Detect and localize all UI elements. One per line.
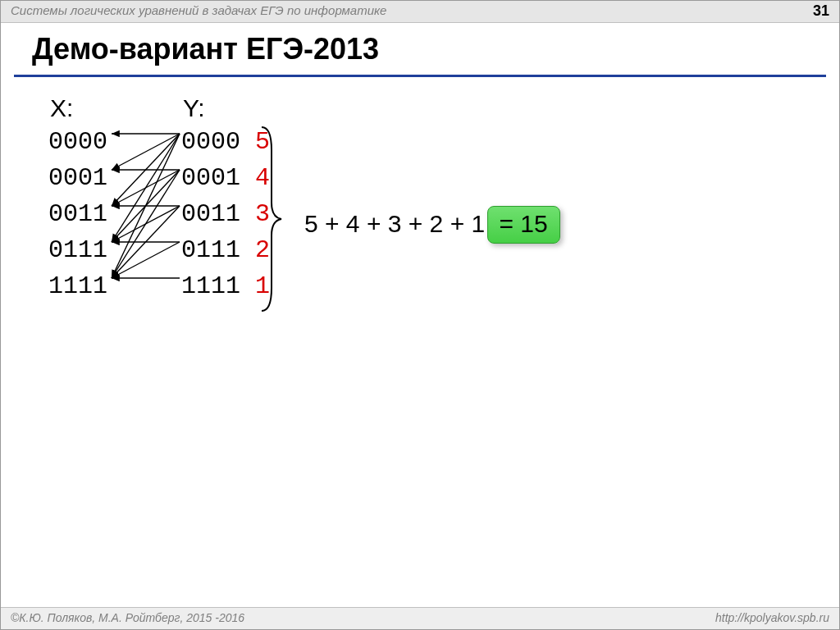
- lecture-title: Системы логических уравнений в задачах Е…: [11, 3, 386, 17]
- content-area: X: Y: 0000 0001 0011 0111 1111 0000 5000…: [1, 83, 839, 605]
- copyright: ©К.Ю. Поляков, М.А. Ройтберг, 2015 -2016: [11, 611, 244, 624]
- site-url: http://kpolyakov.spb.ru: [715, 611, 829, 624]
- arrow: [112, 206, 180, 242]
- topbar: Системы логических уравнений в задачах Е…: [1, 1, 839, 23]
- result-badge: = 15: [487, 206, 560, 244]
- arrow: [112, 170, 180, 206]
- sum-line: 5 + 4 + 3 + 2 + 1 = 15: [304, 206, 560, 244]
- brace-icon: [260, 126, 285, 313]
- slide-heading: Демо-вариант ЕГЭ-2013: [32, 32, 379, 66]
- arrow: [112, 242, 180, 278]
- arrow: [112, 134, 180, 170]
- footer: ©К.Ю. Поляков, М.А. Ройтберг, 2015 -2016…: [1, 607, 839, 629]
- heading-rule: [14, 75, 826, 77]
- page-number: 31: [813, 2, 829, 20]
- sum-expression: 5 + 4 + 3 + 2 + 1: [304, 210, 492, 237]
- slide: Системы логических уравнений в задачах Е…: [0, 0, 840, 630]
